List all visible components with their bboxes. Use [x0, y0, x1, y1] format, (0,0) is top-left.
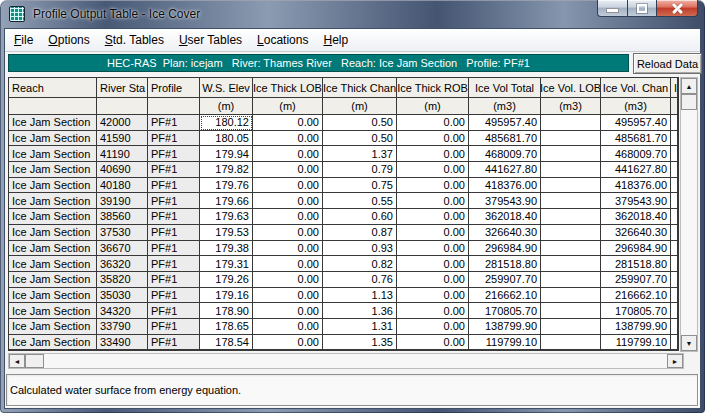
cell-r7-c7[interactable]: 326640.30 [469, 225, 541, 241]
cell-r8-c1[interactable]: 36670 [97, 241, 148, 257]
cell-r11-c5[interactable]: 1.13 [323, 288, 397, 304]
reload-data-button[interactable]: Reload Data [633, 53, 702, 74]
cell-r14-c1[interactable]: 33490 [97, 335, 148, 351]
cell-r10-c7[interactable]: 259907.70 [469, 272, 541, 288]
vertical-scroll-thumb[interactable] [681, 94, 697, 110]
cell-r5-c6[interactable]: 0.00 [397, 193, 469, 209]
cell-r4-c0[interactable]: Ice Jam Section [9, 178, 97, 194]
cell-r8-c5[interactable]: 0.93 [323, 241, 397, 257]
scroll-down-button[interactable]: ▼ [681, 335, 697, 351]
cell-r4-c3[interactable]: 179.76 [200, 178, 253, 194]
cell-r6-c6[interactable]: 0.00 [397, 209, 469, 225]
cell-r14-c8[interactable] [541, 335, 601, 351]
minimize-button[interactable] [597, 0, 628, 17]
cell-r7-c6[interactable]: 0.00 [397, 225, 469, 241]
cell-r3-partial[interactable] [671, 162, 678, 178]
cell-r12-c8[interactable] [541, 303, 601, 319]
cell-r7-c9[interactable]: 326640.30 [601, 225, 671, 241]
cell-r12-c5[interactable]: 1.36 [323, 303, 397, 319]
cell-r8-c8[interactable] [541, 241, 601, 257]
scroll-up-button[interactable]: ▲ [681, 78, 697, 94]
cell-r14-c9[interactable]: 119799.10 [601, 335, 671, 351]
title-bar[interactable]: Profile Output Table - Ice Cover [0, 0, 705, 28]
cell-r14-c2[interactable]: PF#1 [148, 335, 200, 351]
menu-item-locations[interactable]: Locations [257, 33, 308, 47]
cell-r12-c3[interactable]: 178.90 [200, 303, 253, 319]
cell-r11-c4[interactable]: 0.00 [253, 288, 323, 304]
cell-r9-c0[interactable]: Ice Jam Section [9, 256, 97, 272]
cell-r7-c0[interactable]: Ice Jam Section [9, 225, 97, 241]
cell-r6-c4[interactable]: 0.00 [253, 209, 323, 225]
cell-r12-c9[interactable]: 170805.70 [601, 303, 671, 319]
cell-r2-c6[interactable]: 0.00 [397, 146, 469, 162]
cell-r5-c4[interactable]: 0.00 [253, 193, 323, 209]
cell-r7-partial[interactable] [671, 225, 678, 241]
cell-r0-c7[interactable]: 495957.40 [469, 115, 541, 131]
cell-r14-c5[interactable]: 1.35 [323, 335, 397, 351]
cell-r3-c7[interactable]: 441627.80 [469, 162, 541, 178]
cell-r10-c5[interactable]: 0.76 [323, 272, 397, 288]
cell-r5-c8[interactable] [541, 193, 601, 209]
cell-r13-c7[interactable]: 138799.90 [469, 319, 541, 335]
cell-r9-c9[interactable]: 281518.80 [601, 256, 671, 272]
cell-r1-c1[interactable]: 41590 [97, 131, 148, 147]
cell-r0-c9[interactable]: 495957.40 [601, 115, 671, 131]
cell-r4-c2[interactable]: PF#1 [148, 178, 200, 194]
cell-r3-c4[interactable]: 0.00 [253, 162, 323, 178]
cell-r0-c6[interactable]: 0.00 [397, 115, 469, 131]
cell-r7-c2[interactable]: PF#1 [148, 225, 200, 241]
menu-item-file[interactable]: File [14, 33, 33, 47]
cell-r1-c2[interactable]: PF#1 [148, 131, 200, 147]
cell-r3-c8[interactable] [541, 162, 601, 178]
cell-r14-c6[interactable]: 0.00 [397, 335, 469, 351]
cell-r4-c9[interactable]: 418376.00 [601, 178, 671, 194]
cell-r11-c0[interactable]: Ice Jam Section [9, 288, 97, 304]
cell-r13-c5[interactable]: 1.31 [323, 319, 397, 335]
cell-r8-partial[interactable] [671, 241, 678, 257]
cell-r7-c3[interactable]: 179.53 [200, 225, 253, 241]
cell-r13-c2[interactable]: PF#1 [148, 319, 200, 335]
scroll-left-button[interactable]: ◄ [9, 354, 25, 368]
cell-r3-c5[interactable]: 0.79 [323, 162, 397, 178]
cell-r12-c2[interactable]: PF#1 [148, 303, 200, 319]
cell-r13-c0[interactable]: Ice Jam Section [9, 319, 97, 335]
menu-item-options[interactable]: Options [48, 33, 89, 47]
cell-r1-c8[interactable] [541, 131, 601, 147]
cell-r2-c0[interactable]: Ice Jam Section [9, 146, 97, 162]
cell-r6-c7[interactable]: 362018.40 [469, 209, 541, 225]
cell-r6-c1[interactable]: 38560 [97, 209, 148, 225]
cell-r11-c2[interactable]: PF#1 [148, 288, 200, 304]
cell-r9-c7[interactable]: 281518.80 [469, 256, 541, 272]
cell-r12-c7[interactable]: 170805.70 [469, 303, 541, 319]
cell-r5-partial[interactable] [671, 193, 678, 209]
cell-r6-c3[interactable]: 179.63 [200, 209, 253, 225]
cell-r9-c3[interactable]: 179.31 [200, 256, 253, 272]
cell-r7-c4[interactable]: 0.00 [253, 225, 323, 241]
cell-r3-c1[interactable]: 40690 [97, 162, 148, 178]
cell-r13-c3[interactable]: 178.65 [200, 319, 253, 335]
cell-r1-c0[interactable]: Ice Jam Section [9, 131, 97, 147]
cell-r11-c1[interactable]: 35030 [97, 288, 148, 304]
cell-r0-c3[interactable]: 180.12 [200, 115, 253, 131]
cell-r8-c0[interactable]: Ice Jam Section [9, 241, 97, 257]
cell-r1-c6[interactable]: 0.00 [397, 131, 469, 147]
cell-r1-c7[interactable]: 485681.70 [469, 131, 541, 147]
cell-r2-c4[interactable]: 0.00 [253, 146, 323, 162]
cell-r4-c8[interactable] [541, 178, 601, 194]
cell-r9-c2[interactable]: PF#1 [148, 256, 200, 272]
cell-r2-c8[interactable] [541, 146, 601, 162]
cell-r14-c3[interactable]: 178.54 [200, 335, 253, 351]
cell-r6-c9[interactable]: 362018.40 [601, 209, 671, 225]
horizontal-scrollbar[interactable]: ◄ ► [8, 353, 684, 369]
cell-r0-c8[interactable] [541, 115, 601, 131]
cell-r5-c1[interactable]: 39190 [97, 193, 148, 209]
cell-r11-c8[interactable] [541, 288, 601, 304]
cell-r0-c2[interactable]: PF#1 [148, 115, 200, 131]
cell-r3-c2[interactable]: PF#1 [148, 162, 200, 178]
horizontal-scroll-thumb[interactable] [25, 354, 44, 368]
cell-r0-partial[interactable] [671, 115, 678, 131]
cell-r8-c3[interactable]: 179.38 [200, 241, 253, 257]
cell-r12-c1[interactable]: 34320 [97, 303, 148, 319]
menu-item-help[interactable]: Help [323, 33, 348, 47]
close-button[interactable] [656, 0, 698, 17]
